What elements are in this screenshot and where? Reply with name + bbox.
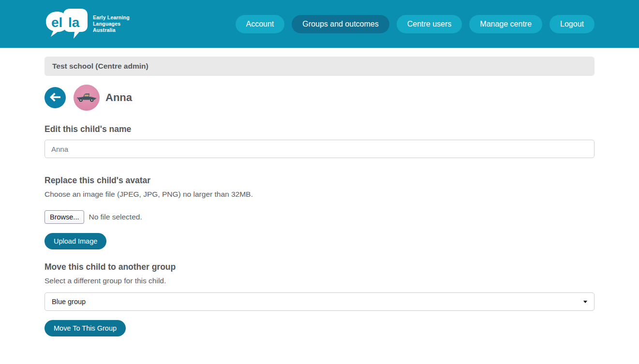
child-name-input[interactable] [45, 140, 594, 158]
child-avatar [74, 85, 100, 111]
move-group-heading: Move this child to another group [45, 262, 594, 272]
nav-centre-users[interactable]: Centre users [397, 15, 462, 33]
main-nav: Account Groups and outcomes Centre users… [236, 15, 595, 33]
move-to-group-button[interactable]: Move To This Group [45, 320, 126, 336]
chevron-down-icon [583, 301, 587, 303]
app-header: el la Early Learning Languages Australia… [0, 0, 639, 48]
ella-logo[interactable]: el la Early Learning Languages Australia [45, 8, 130, 41]
upload-image-button[interactable]: Upload Image [45, 233, 106, 249]
car-icon [76, 89, 97, 106]
avatar-instructions: Choose an image file (JPEG, JPG, PNG) no… [45, 190, 594, 199]
breadcrumb: Test school (Centre admin) [45, 57, 594, 76]
child-name-title: Anna [105, 91, 132, 104]
nav-logout[interactable]: Logout [550, 15, 594, 33]
group-select-value: Blue group [52, 298, 86, 306]
back-arrow-icon [49, 92, 61, 103]
edit-name-heading: Edit this child's name [45, 124, 594, 134]
back-button[interactable] [45, 87, 66, 108]
file-input-row: Browse... No file selected. [45, 210, 594, 224]
browse-button[interactable]: Browse... [45, 210, 84, 224]
logo-el-text: el [51, 15, 62, 30]
move-group-instructions: Select a different group for this child. [45, 277, 594, 285]
file-status-text: No file selected. [89, 213, 142, 221]
nav-manage-centre[interactable]: Manage centre [469, 15, 542, 33]
nav-groups-and-outcomes[interactable]: Groups and outcomes [292, 15, 389, 33]
breadcrumb-label: Test school (Centre admin) [52, 62, 149, 70]
logo-la-text: la [68, 15, 80, 30]
main-content: Test school (Centre admin) [45, 57, 594, 336]
ella-logo-bubbles-icon: el la [45, 8, 89, 41]
child-header-row: Anna [45, 85, 594, 111]
group-select[interactable]: Blue group [45, 292, 594, 311]
nav-account[interactable]: Account [236, 15, 285, 33]
replace-avatar-heading: Replace this child's avatar [45, 175, 594, 186]
brand-tagline: Early Learning Languages Australia [93, 15, 130, 33]
